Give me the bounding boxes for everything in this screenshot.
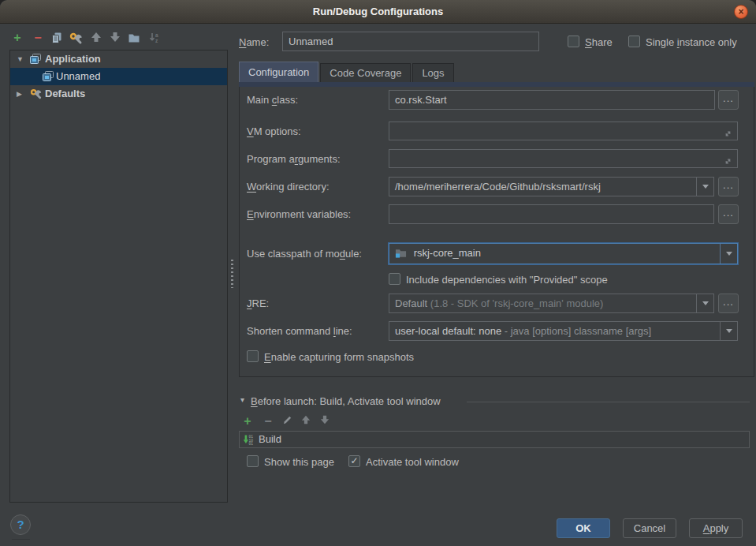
arrow-down-icon — [317, 415, 333, 424]
shorten-command-line-value: user-local default: none — [395, 325, 501, 337]
capture-form-snapshots-label: Enable capturing form snapshots — [264, 351, 414, 363]
working-directory-label: Working directory: — [247, 181, 330, 193]
before-launch-task-build[interactable]: 01 10 01 Build — [239, 431, 750, 448]
vm-options-input[interactable] — [389, 122, 738, 140]
window-title: Run/Debug Configurations — [0, 0, 756, 24]
check-icon: ✓ — [350, 455, 358, 466]
chevron-down-icon[interactable] — [696, 178, 713, 196]
main-class-input[interactable]: co.rsk.Start — [389, 90, 715, 110]
arrow-up-icon — [298, 415, 314, 424]
panel-splitter-handle[interactable] — [231, 260, 233, 288]
copy-icon — [49, 32, 65, 44]
shorten-command-line-label: Shorten command line: — [247, 325, 352, 337]
working-directory-combobox[interactable]: /home/meriherrera/Code/Github/rsksmart/r… — [389, 177, 714, 196]
share-checkbox[interactable] — [568, 36, 579, 47]
add-configuration-button[interactable]: + — [9, 30, 25, 46]
tab-underline-band — [239, 82, 754, 87]
wrench-gear-icon — [68, 32, 84, 46]
help-button[interactable]: ? — [10, 514, 31, 535]
chevron-down-icon[interactable] — [720, 322, 737, 340]
show-this-page-label: Show this page — [264, 456, 334, 468]
svg-text:01: 01 — [249, 442, 254, 446]
arrow-down-icon — [107, 32, 123, 43]
module-combobox[interactable]: rskj-core_main — [389, 243, 738, 264]
help-underline — [12, 539, 30, 540]
jre-browse-button[interactable]: ... — [718, 294, 739, 313]
activate-tool-window-checkbox[interactable]: ✓ — [348, 455, 360, 467]
environment-variables-label: Environment variables: — [247, 208, 351, 220]
shorten-command-line-detail: - java [options] classname [args] — [505, 325, 651, 337]
tree-expanded-icon[interactable]: ▼ — [17, 50, 24, 68]
task-label: Build — [259, 432, 281, 447]
environment-variables-input[interactable] — [389, 204, 714, 224]
tree-item-label: Application — [45, 50, 101, 68]
tab-bar: Configuration Code Coverage Logs — [239, 62, 454, 82]
new-folder-button[interactable] — [126, 30, 142, 46]
name-input[interactable]: Unnamed — [282, 32, 539, 51]
main-class-browse-button[interactable]: ... — [718, 90, 739, 110]
copy-configuration-button[interactable] — [49, 30, 65, 46]
folder-icon — [126, 32, 142, 44]
remove-task-button[interactable]: − — [260, 413, 276, 429]
disclosure-triangle-icon[interactable]: ▾ — [240, 395, 244, 404]
module-icon — [395, 246, 407, 264]
before-launch-header: Before launch: Build, Activate tool wind… — [251, 395, 441, 407]
name-label: Name: — [239, 36, 269, 48]
task-up-button[interactable] — [298, 413, 314, 429]
arrow-up-icon — [88, 32, 104, 43]
main-class-label: Main class: — [247, 94, 298, 106]
edit-defaults-button[interactable] — [68, 30, 84, 46]
tree-collapsed-icon[interactable]: ▶ — [17, 85, 22, 103]
titlebar[interactable]: Run/Debug Configurations × — [0, 0, 756, 24]
single-instance-checkbox[interactable] — [628, 36, 640, 47]
chevron-down-icon[interactable] — [696, 294, 713, 312]
tree-item-unnamed[interactable]: Unnamed — [10, 68, 227, 85]
program-arguments-label: Program arguments: — [247, 153, 341, 165]
edit-task-button[interactable] — [279, 413, 295, 429]
vm-options-label: VM options: — [247, 125, 301, 137]
share-label: Share — [585, 36, 613, 48]
program-arguments-input[interactable] — [389, 149, 738, 168]
sort-configurations-button[interactable]: a z — [147, 30, 162, 46]
chevron-down-icon[interactable] — [720, 244, 737, 264]
environment-variables-browse-button[interactable]: ... — [718, 204, 739, 224]
working-directory-browse-button[interactable]: ... — [718, 177, 739, 196]
tab-configuration[interactable]: Configuration — [239, 62, 318, 82]
apply-button[interactable]: Apply — [689, 518, 743, 538]
svg-text:z: z — [155, 38, 158, 43]
jre-label: JRE: — [247, 297, 269, 309]
single-instance-label: Single instance only — [646, 36, 737, 48]
expand-field-icon[interactable] — [723, 154, 733, 168]
tab-logs[interactable]: Logs — [412, 63, 453, 82]
close-icon[interactable]: × — [734, 5, 748, 19]
defaults-wrench-icon — [29, 88, 43, 107]
shorten-command-line-combobox[interactable]: user-local default: none - java [options… — [389, 321, 738, 341]
move-down-button[interactable] — [107, 30, 123, 46]
move-up-button[interactable] — [88, 30, 104, 46]
tree-item-defaults[interactable]: ▶ Defaults — [10, 85, 227, 103]
section-divider — [467, 402, 750, 402]
include-provided-scope-label: Include dependencies with "Provided" sco… — [406, 274, 608, 286]
task-down-button[interactable] — [317, 413, 333, 429]
show-this-page-checkbox[interactable] — [247, 455, 259, 467]
tab-code-coverage[interactable]: Code Coverage — [320, 63, 411, 82]
tree-item-application[interactable]: ▼ Application — [10, 50, 227, 68]
jre-value: Default — [395, 297, 427, 309]
cancel-button[interactable]: Cancel — [623, 518, 676, 538]
pencil-icon — [279, 415, 295, 425]
jre-combobox[interactable]: Default (1.8 - SDK of 'rskj-core_main' m… — [389, 294, 714, 313]
include-provided-scope-checkbox[interactable] — [389, 273, 400, 285]
tree-item-label: Defaults — [45, 85, 85, 103]
ok-button[interactable]: OK — [557, 518, 610, 538]
add-task-button[interactable]: + — [240, 413, 255, 429]
tree-item-label: Unnamed — [56, 68, 100, 85]
remove-configuration-button[interactable]: − — [30, 30, 46, 46]
jre-value-detail: (1.8 - SDK of 'rskj-core_main' module) — [430, 297, 604, 309]
build-icon: 01 10 01 — [243, 434, 255, 451]
use-classpath-of-module-label: Use classpath of module: — [247, 248, 362, 260]
run-debug-configurations-dialog: Run/Debug Configurations × + − a z ▼ — [0, 0, 756, 546]
capture-form-snapshots-checkbox[interactable] — [247, 350, 259, 362]
svg-text:a: a — [155, 32, 158, 38]
expand-field-icon[interactable] — [723, 126, 733, 140]
working-directory-value: /home/meriherrera/Code/Github/rsksmart/r… — [395, 181, 601, 193]
